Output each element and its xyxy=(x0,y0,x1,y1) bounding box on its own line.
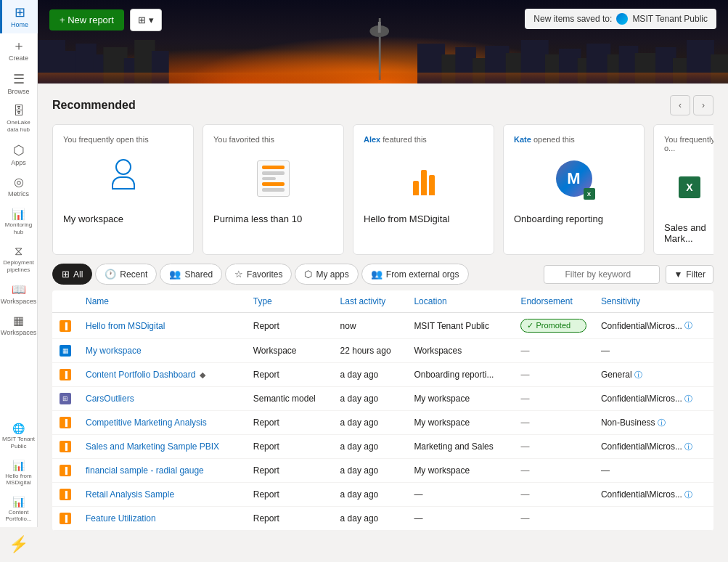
row-name[interactable]: Sales and Marketing Sample PBIX xyxy=(86,441,219,452)
filter-button[interactable]: ▼ Filter xyxy=(666,265,713,284)
row-name-cell: My workspace xyxy=(86,346,239,356)
table-row[interactable]: ▐Content Portfolio Dashboard ◆Reporta da… xyxy=(52,363,713,387)
card-my-workspace[interactable]: You frequently open this My workspace xyxy=(52,124,194,255)
tab-all[interactable]: ⊞ All xyxy=(52,264,92,285)
row-endorsement: — xyxy=(513,339,593,363)
th-icon[interactable] xyxy=(52,290,78,313)
sidebar-item-create[interactable]: ＋ Create xyxy=(0,33,38,67)
row-type: Semantic model xyxy=(246,387,333,411)
th-last-activity[interactable]: Last activity xyxy=(333,290,407,313)
row-location: My workspace xyxy=(406,459,513,483)
row-type-icon: ▐ xyxy=(60,489,71,500)
sidebar-item-metrics[interactable]: ◎ Metrics xyxy=(0,171,38,203)
sidebar-item-learn[interactable]: 📖 Workspaces xyxy=(0,278,38,310)
nav-next-button[interactable]: › xyxy=(693,95,713,115)
card-sales-marketing[interactable]: You frequently o... X Sales and Mark... xyxy=(653,124,713,255)
row-endorsement: — xyxy=(513,363,593,387)
row-location: Marketing and Sales xyxy=(406,435,513,459)
row-name[interactable]: Feature Utilization xyxy=(86,513,156,524)
card-onboarding[interactable]: Kate opened this M X Onboarding reportin… xyxy=(503,124,645,255)
sidebar-item-label: Home xyxy=(11,21,28,29)
row-location: — xyxy=(406,507,513,531)
row-name[interactable]: CarsOutliers xyxy=(86,394,134,404)
shared-icon: 👥 xyxy=(169,269,181,280)
sensitivity-info-icon[interactable]: ⓘ xyxy=(684,441,692,452)
notification-workspace: MSIT Tenant Public xyxy=(632,14,708,24)
nav-prev-button[interactable]: ‹ xyxy=(670,95,690,115)
sidebar-item-monitoring[interactable]: 📊 Monitoringhub xyxy=(0,203,38,240)
row-name[interactable]: Content Portfolio Dashboard xyxy=(86,370,195,380)
table-row[interactable]: ⊞CarsOutliersSemantic modela day agoMy w… xyxy=(52,387,713,411)
new-report-button[interactable]: + New report xyxy=(49,9,124,30)
sensitivity-cell: Confidential\Micros... ⓘ xyxy=(601,394,706,404)
row-location: — xyxy=(406,483,513,507)
sidebar-item-home[interactable]: ⊞ Home xyxy=(0,0,38,33)
sidebar-item-apps[interactable]: ⬡ Apps xyxy=(0,138,38,171)
sidebar-item-msit[interactable]: 🌐 MSIT TenantPublic xyxy=(0,418,38,454)
table-header: Name Type Last activity Location Endorse… xyxy=(52,290,713,313)
row-name[interactable]: My workspace xyxy=(86,346,142,356)
row-type: Workspace xyxy=(246,339,333,363)
row-location: My workspace xyxy=(406,387,513,411)
row-type-icon: ▐ xyxy=(60,417,71,428)
sensitivity-text: Confidential\Micros... xyxy=(601,394,682,404)
sidebar-item-onelake[interactable]: 🗄 OneLakedata hub xyxy=(0,99,38,137)
view-toggle-button[interactable]: ⊞ ▾ xyxy=(130,9,162,31)
row-name[interactable]: Retail Analysis Sample xyxy=(86,489,174,500)
sidebar-item-hello[interactable]: 📊 Hello fromMSDigital xyxy=(0,455,38,491)
sensitivity-cell: — xyxy=(601,346,706,356)
tab-myapps[interactable]: ⬡ My apps xyxy=(295,264,358,285)
tab-shared[interactable]: 👥 Shared xyxy=(160,264,222,285)
sidebar-item-content[interactable]: 📊 ContentPortfolio... xyxy=(0,491,38,527)
th-sensitivity[interactable]: Sensitivity xyxy=(594,290,713,313)
sensitivity-info-icon[interactable]: ⓘ xyxy=(634,370,642,380)
tab-external[interactable]: 👥 From external orgs xyxy=(361,264,469,285)
sensitivity-info-icon[interactable]: ⓘ xyxy=(684,320,692,331)
filter-wrapper: 🔍 xyxy=(544,265,660,284)
th-location[interactable]: Location xyxy=(406,290,513,313)
bar-3 xyxy=(429,175,435,195)
table-row[interactable]: ▦My workspaceWorkspace22 hours agoWorksp… xyxy=(52,339,713,363)
row-endorsement: — xyxy=(513,411,593,435)
notification-text: New items saved to: xyxy=(533,14,612,24)
card-subtitle: Kate opened this xyxy=(514,135,634,144)
table-row[interactable]: ▐Feature UtilizationReporta day ago—— xyxy=(52,507,713,531)
msit-logo xyxy=(616,13,628,25)
tab-label: Recent xyxy=(120,269,147,280)
powerbi-logo: ⚡ xyxy=(0,527,38,562)
sidebar-item-deployment[interactable]: ⧖ Deploymentpipelines xyxy=(0,240,38,277)
card-purnima[interactable]: You favorited this Purnima less than 10 xyxy=(203,124,344,255)
section-header: Recommended ‹ › xyxy=(52,95,713,115)
row-name-cell: Sales and Marketing Sample PBIX xyxy=(86,441,239,452)
sidebar-item-browse[interactable]: ☰ Browse xyxy=(0,67,38,100)
tab-recent[interactable]: 🕐 Recent xyxy=(95,264,157,285)
browse-icon: ☰ xyxy=(13,73,25,86)
row-type-icon: ▐ xyxy=(60,465,71,476)
chart-icon xyxy=(413,163,435,195)
th-endorsement[interactable]: Endorsement xyxy=(513,290,593,313)
sensitivity-info-icon[interactable]: ⓘ xyxy=(658,418,666,428)
table-row[interactable]: ▐Hello from MSDigitalReportnowMSIT Tenan… xyxy=(52,313,713,339)
report-line-5 xyxy=(262,188,285,192)
th-type[interactable]: Type xyxy=(246,290,333,313)
table-row[interactable]: ▐Competitive Marketing AnalysisReporta d… xyxy=(52,411,713,435)
tab-favorites[interactable]: ☆ Favorites xyxy=(225,264,292,285)
sidebar-item-workspaces[interactable]: ▦ Workspaces xyxy=(0,309,38,341)
sidebar-item-label: Browse xyxy=(7,88,29,96)
sensitivity-info-icon[interactable]: ⓘ xyxy=(684,394,692,404)
table-row[interactable]: ▐Retail Analysis SampleReporta day ago——… xyxy=(52,483,713,507)
th-name[interactable]: Name xyxy=(78,290,246,313)
filter-input[interactable] xyxy=(544,265,660,284)
row-name[interactable]: Competitive Marketing Analysis xyxy=(86,418,207,428)
sidebar-bottom: 🌐 MSIT TenantPublic 📊 Hello fromMSDigita… xyxy=(0,418,38,562)
card-title: Purnima less than 10 xyxy=(213,213,333,224)
row-name[interactable]: financial sample - radial gauge xyxy=(86,465,204,476)
table-row[interactable]: ▐financial sample - radial gaugeReporta … xyxy=(52,459,713,483)
sidebar-item-label: Workspaces xyxy=(1,298,36,306)
sensitivity-cell: — xyxy=(601,465,706,476)
card-hello-msdigital[interactable]: Alex featured this Hello from MSDigital xyxy=(353,124,494,255)
row-name[interactable]: Hello from MSDigital xyxy=(86,321,165,331)
table-row[interactable]: ▐Sales and Marketing Sample PBIXReporta … xyxy=(52,435,713,459)
card-icon-workspace xyxy=(63,150,183,208)
sensitivity-info-icon[interactable]: ⓘ xyxy=(684,489,692,500)
